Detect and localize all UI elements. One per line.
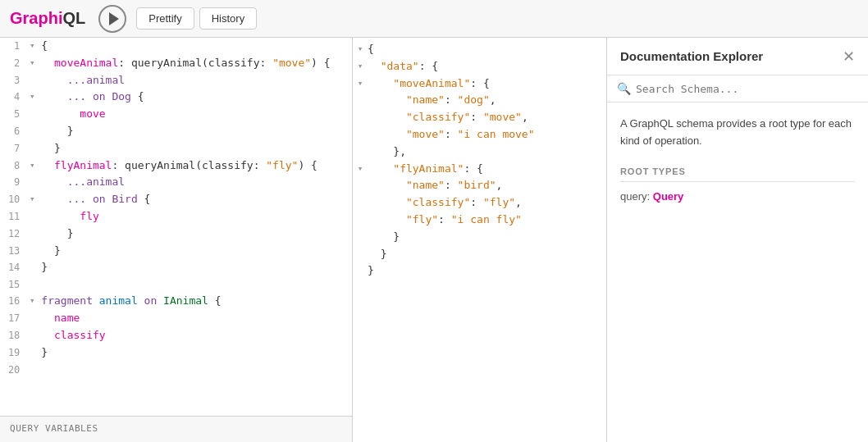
code-line: name bbox=[38, 310, 352, 327]
table-row: 1 ▾ { bbox=[0, 38, 352, 55]
result-arrow-empty bbox=[353, 229, 364, 246]
doc-header: Documentation Explorer ✕ bbox=[607, 38, 868, 75]
line-number: 6 bbox=[0, 123, 26, 140]
line-number: 7 bbox=[0, 140, 26, 157]
code-line: } bbox=[38, 123, 352, 140]
doc-body: A GraphQL schema provides a root type fo… bbox=[607, 103, 868, 442]
table-row: "classify": "move", bbox=[353, 109, 606, 126]
code-line: flyAnimal: queryAnimal(classify: "fly") … bbox=[38, 157, 352, 175]
code-line: } bbox=[38, 226, 352, 243]
line-number: 4 bbox=[0, 89, 26, 106]
code-line: ... on Bird { bbox=[38, 191, 352, 208]
table-row: ▾ "data": { bbox=[353, 58, 606, 75]
code-line: } bbox=[38, 140, 352, 157]
main-area: 1 ▾ { 2 ▾ moveAnimal: queryAnimal(classi… bbox=[0, 38, 868, 442]
editor-pane: 1 ▾ { 2 ▾ moveAnimal: queryAnimal(classi… bbox=[0, 38, 353, 442]
fold-arrow[interactable]: ▾ bbox=[26, 191, 38, 208]
line-arrow-empty bbox=[26, 123, 38, 140]
table-row: ▾ "moveAnimal": { bbox=[353, 75, 606, 93]
result-arrow-empty bbox=[353, 126, 364, 144]
table-row: 8 ▾ flyAnimal: queryAnimal(classify: "fl… bbox=[0, 157, 352, 175]
query-label: query bbox=[620, 190, 647, 203]
search-input[interactable] bbox=[636, 83, 858, 95]
table-row: 15 bbox=[0, 276, 352, 293]
query-variables-bar[interactable]: QUERY VARIABLES bbox=[0, 416, 352, 442]
code-line: fly bbox=[38, 208, 352, 226]
result-arrow-empty bbox=[353, 177, 364, 194]
line-arrow-empty bbox=[26, 362, 38, 378]
line-number: 10 bbox=[0, 191, 26, 208]
table-row: 17 name bbox=[0, 310, 352, 327]
result-code: "fly": "i can fly" bbox=[364, 212, 606, 229]
table-row: 13 } bbox=[0, 243, 352, 260]
close-button[interactable]: ✕ bbox=[843, 49, 855, 64]
line-arrow-empty bbox=[26, 344, 38, 362]
code-line: ... on Dog { bbox=[38, 89, 352, 106]
table-row: 16 ▾ fragment animal on IAnimal { bbox=[0, 293, 352, 310]
result-arrow-empty bbox=[353, 212, 364, 229]
line-arrow-empty bbox=[26, 226, 38, 243]
result-arrow-empty bbox=[353, 92, 364, 109]
table-row: 11 fly bbox=[0, 208, 352, 226]
line-arrow-empty bbox=[26, 327, 38, 344]
fold-arrow[interactable]: ▾ bbox=[26, 55, 38, 72]
code-line: move bbox=[38, 106, 352, 123]
result-code: "classify": "fly", bbox=[364, 194, 606, 212]
line-number: 5 bbox=[0, 106, 26, 123]
line-number: 17 bbox=[0, 310, 26, 327]
prettify-button[interactable]: Prettify bbox=[136, 7, 194, 30]
fold-arrow[interactable]: ▾ bbox=[26, 89, 38, 106]
line-number: 9 bbox=[0, 174, 26, 191]
result-code: } bbox=[364, 229, 606, 246]
line-number: 15 bbox=[0, 276, 26, 293]
code-line: } bbox=[38, 243, 352, 260]
play-icon bbox=[109, 12, 119, 25]
code-line bbox=[38, 362, 352, 378]
table-row: 2 ▾ moveAnimal: queryAnimal(classify: "m… bbox=[0, 55, 352, 72]
run-button[interactable] bbox=[98, 5, 126, 33]
history-button[interactable]: History bbox=[199, 7, 257, 30]
search-bar: 🔍 bbox=[607, 75, 868, 103]
code-line: moveAnimal: queryAnimal(classify: "move"… bbox=[38, 55, 352, 72]
doc-title: Documentation Explorer bbox=[620, 49, 763, 63]
line-number: 3 bbox=[0, 72, 26, 89]
table-row: }, bbox=[353, 144, 606, 161]
doc-pane: Documentation Explorer ✕ 🔍 A GraphQL sch… bbox=[607, 38, 868, 442]
table-row: "move": "i can move" bbox=[353, 126, 606, 144]
code-line: ...animal bbox=[38, 174, 352, 191]
result-arrow-empty bbox=[353, 246, 364, 263]
result-code: "name": "dog", bbox=[364, 92, 606, 109]
result-code: "move": "i can move" bbox=[364, 126, 606, 144]
query-type-link[interactable]: Query bbox=[653, 190, 684, 203]
result-code: "moveAnimal": { bbox=[364, 75, 606, 93]
fold-arrow[interactable]: ▾ bbox=[26, 293, 38, 310]
line-number: 19 bbox=[0, 344, 26, 362]
result-arrow-empty bbox=[353, 144, 364, 161]
result-code: "name": "bird", bbox=[364, 177, 606, 194]
table-row: "classify": "fly", bbox=[353, 194, 606, 212]
line-number: 16 bbox=[0, 293, 26, 310]
line-arrow-empty bbox=[26, 140, 38, 157]
header: GraphiQL Prettify History bbox=[0, 0, 868, 38]
line-number: 18 bbox=[0, 327, 26, 344]
line-arrow-empty bbox=[26, 276, 38, 293]
line-number: 8 bbox=[0, 157, 26, 175]
line-arrow-empty bbox=[26, 106, 38, 123]
table-row: 14 } bbox=[0, 259, 352, 276]
code-line: classify bbox=[38, 327, 352, 344]
result-code: "flyAnimal": { bbox=[364, 161, 606, 178]
table-row: 3 ...animal bbox=[0, 72, 352, 89]
line-number: 20 bbox=[0, 362, 26, 378]
code-line: ...animal bbox=[38, 72, 352, 89]
fold-arrow[interactable]: ▾ bbox=[26, 157, 38, 175]
line-arrow-empty bbox=[26, 72, 38, 89]
table-row: 5 move bbox=[0, 106, 352, 123]
root-types-label: ROOT TYPES bbox=[620, 166, 855, 182]
line-arrow-empty bbox=[26, 310, 38, 327]
result-code: } bbox=[364, 246, 606, 263]
editor-area[interactable]: 1 ▾ { 2 ▾ moveAnimal: queryAnimal(classi… bbox=[0, 38, 352, 416]
result-arrow: ▾ bbox=[353, 41, 364, 58]
table-row: 7 } bbox=[0, 140, 352, 157]
fold-arrow[interactable]: ▾ bbox=[26, 38, 38, 55]
table-row: 20 bbox=[0, 362, 352, 378]
